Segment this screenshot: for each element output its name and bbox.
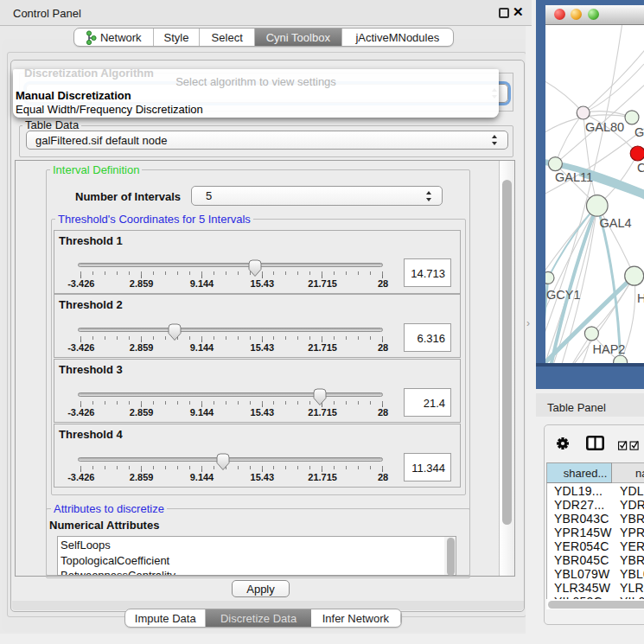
svg-text:HAP2: HAP2 (593, 342, 626, 356)
svg-text:GA: GA (634, 125, 644, 139)
svg-text:H: H (637, 291, 644, 305)
svg-text:GAL80: GAL80 (585, 120, 624, 134)
svg-text:C: C (637, 161, 644, 175)
svg-text:GAL11: GAL11 (555, 170, 593, 184)
svg-text:GCY1: GCY1 (546, 288, 581, 302)
svg-text:GAL4: GAL4 (600, 216, 632, 230)
